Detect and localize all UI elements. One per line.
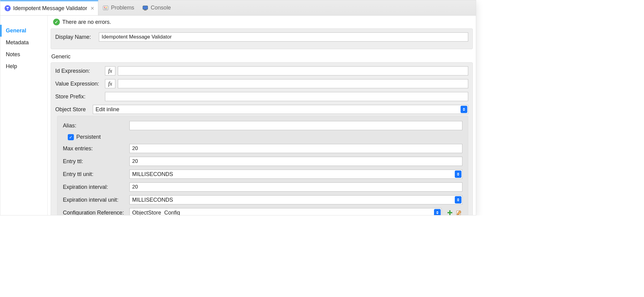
tabbar: Idempotent Message Validator ✕ Problems <box>0 0 476 16</box>
fx-button-id[interactable]: fx <box>105 66 115 75</box>
value-expression-input[interactable] <box>118 79 468 88</box>
entry-ttl-unit-select[interactable]: MILLISECONDS <box>129 170 462 179</box>
main: ✓ There are no errors. Display Name: Gen… <box>48 16 476 215</box>
display-name-input[interactable] <box>99 32 468 42</box>
id-expression-input[interactable] <box>118 66 468 75</box>
object-store-value: Edit inline <box>96 106 460 113</box>
object-store-label: Object Store <box>55 106 90 113</box>
chevron-updown-icon <box>461 106 467 113</box>
entry-ttl-unit-value: MILLISECONDS <box>132 171 454 178</box>
alias-label: Alias: <box>63 123 127 129</box>
add-icon[interactable] <box>447 209 453 215</box>
display-name-label: Display Name: <box>55 34 96 40</box>
entry-ttl-label: Entry ttl: <box>63 158 127 165</box>
entry-ttl-input[interactable] <box>129 157 462 166</box>
sidebar-item-metadata[interactable]: Metadata <box>0 37 47 49</box>
status-row: ✓ There are no errors. <box>51 16 473 28</box>
fx-button-value[interactable]: fx <box>105 79 115 88</box>
tab-console-label: Console <box>151 5 171 11</box>
sidebar-item-general[interactable]: General <box>0 25 47 37</box>
max-entries-label: Max entries: <box>63 145 127 152</box>
sidebar: General Metadata Notes Help <box>0 16 48 215</box>
svg-rect-7 <box>144 10 147 10</box>
id-expression-label: Id Expression: <box>55 68 103 74</box>
close-icon[interactable]: ✕ <box>90 6 94 11</box>
config-ref-value: ObjectStore_Config <box>132 210 433 215</box>
sidebar-item-notes[interactable]: Notes <box>0 49 47 61</box>
svg-point-4 <box>106 7 107 8</box>
generic-group-title: Generic <box>51 52 473 62</box>
edit-icon[interactable] <box>456 209 462 215</box>
store-prefix-input[interactable] <box>105 92 468 101</box>
svg-rect-9 <box>447 212 452 213</box>
svg-rect-6 <box>143 6 148 9</box>
persistent-checkbox[interactable]: ✓ <box>68 134 74 140</box>
svg-point-3 <box>104 7 105 8</box>
window: Idempotent Message Validator ✕ Problems <box>0 0 476 215</box>
expiration-interval-unit-label: Expiration interval unit: <box>63 197 127 203</box>
chevron-updown-icon <box>434 209 441 215</box>
config-ref-select[interactable]: ObjectStore_Config <box>129 208 442 215</box>
expiration-interval-label: Expiration interval: <box>63 184 127 190</box>
object-store-select[interactable]: Edit inline <box>93 105 468 114</box>
alias-input[interactable] <box>129 121 462 130</box>
entry-ttl-unit-label: Entry ttl unit: <box>63 171 127 178</box>
sidebar-item-help[interactable]: Help <box>0 61 47 72</box>
chevron-updown-icon <box>455 170 461 178</box>
expiration-interval-unit-select[interactable]: MILLISECONDS <box>129 195 462 204</box>
section-generic: Id Expression: fx Value Expression: fx S… <box>51 62 473 215</box>
status-text: There are no errors. <box>62 19 111 25</box>
max-entries-input[interactable] <box>129 144 462 153</box>
persistent-label: Persistent <box>76 134 101 140</box>
console-icon <box>142 4 149 12</box>
problems-icon <box>102 4 109 12</box>
store-prefix-label: Store Prefix: <box>55 94 103 100</box>
tab-problems-label: Problems <box>111 5 134 11</box>
section-display-name: Display Name: <box>51 28 473 49</box>
config-ref-label: Configuration Reference: <box>63 210 127 215</box>
svg-rect-2 <box>103 6 108 10</box>
tab-problems[interactable]: Problems <box>98 0 138 15</box>
tab-validator[interactable]: Idempotent Message Validator ✕ <box>0 0 98 15</box>
svg-point-1 <box>7 9 8 10</box>
ok-icon: ✓ <box>53 19 60 25</box>
value-expression-label: Value Expression: <box>55 81 103 87</box>
expiration-interval-unit-value: MILLISECONDS <box>132 197 454 203</box>
svg-rect-5 <box>104 9 107 9</box>
validator-icon <box>4 5 11 12</box>
expiration-interval-input[interactable] <box>129 182 462 192</box>
object-store-nested: Alias: ✓ Persistent Max entries: Entry t… <box>57 116 468 215</box>
chevron-updown-icon <box>455 196 461 204</box>
tab-validator-label: Idempotent Message Validator <box>13 5 87 12</box>
tab-console[interactable]: Console <box>138 0 175 15</box>
